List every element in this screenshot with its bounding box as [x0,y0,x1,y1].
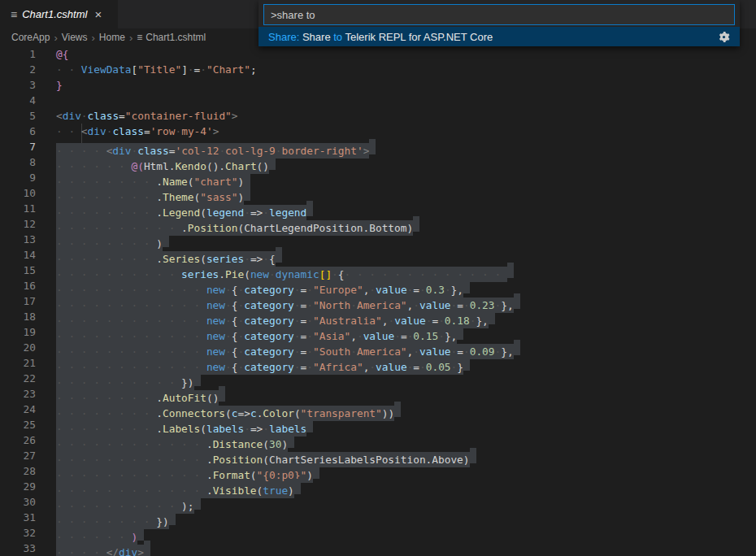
code-line[interactable]: · · ViewData["Title"]·=·"Chart"; [56,62,756,77]
code-line[interactable]: · · · · · · · · .Labels(labels·=>·labels [56,417,756,432]
line-number[interactable]: 25 [0,417,56,432]
match-highlight: Share: [268,31,299,43]
command-palette: Share: Share to Telerik REPL for ASP.NET… [259,0,740,46]
code-line[interactable] [56,93,756,108]
selection-newline [163,232,169,247]
selection-newline [394,402,401,417]
line-number[interactable]: 28 [0,463,56,479]
result-text: Telerik REPL for ASP.NET Core [342,31,493,43]
line-number[interactable]: 16 [0,278,56,293]
code-lines: @{· · ViewData["Title"]·=·"Chart";}<div·… [56,46,756,556]
code-editor[interactable]: 1234567891011121314151617181920212223242… [0,46,756,556]
selection-newline [137,525,144,541]
code-line[interactable]: · · · · · · · · .Theme("sass") [56,185,756,201]
code-line[interactable]: @{ [56,46,756,62]
code-line[interactable]: · · · · · · · · · · · · new·{·category·=… [56,278,756,293]
line-number[interactable]: 26 [0,432,56,448]
palette-result-row[interactable]: Share: Share to Telerik REPL for ASP.NET… [259,27,740,46]
selection-newline [507,263,514,278]
match-highlight: to [333,31,342,43]
breadcrumb-item-views[interactable]: Views [62,32,88,43]
breadcrumb-separator-icon: › [92,32,95,44]
code-line[interactable]: · · · · · · · · .AutoFit() [56,386,756,402]
line-number[interactable]: 31 [0,510,56,525]
code-line[interactable]: · · · · · · · · · · · · .Distance(30) [56,432,756,448]
line-number[interactable]: 27 [0,448,56,463]
selection-newline [413,216,419,232]
breadcrumb-separator-icon: › [129,32,133,44]
selection-newline [306,201,313,216]
tab-label: Chart1.cshtml [22,8,87,20]
code-line[interactable]: · · · · · · · · · · · · .Visible(true) [56,479,756,494]
line-number[interactable]: 10 [0,185,56,201]
breadcrumb-item-home[interactable]: Home [99,32,125,43]
line-number[interactable]: 30 [0,494,56,510]
selection-newline [194,371,201,386]
code-line[interactable]: · · · · · · · · .Name("chart") [56,170,756,185]
gear-icon[interactable] [718,31,730,43]
line-number[interactable]: 22 [0,371,56,386]
code-line[interactable]: · · · · · · · · · · · · new·{·category·=… [56,309,756,324]
line-number[interactable]: 6 [0,124,56,139]
selection-newline [369,139,376,154]
code-line[interactable]: · · · · · · · · · · ); [56,494,756,510]
line-number[interactable]: 8 [0,154,56,170]
code-line[interactable]: · · · · · · · · · · .Position(ChartLegen… [56,216,756,232]
code-line[interactable]: · · · · · · · · · · · · new·{·category·=… [56,340,756,355]
line-number[interactable]: 23 [0,386,56,402]
close-icon[interactable]: × [94,7,102,21]
code-line[interactable]: · · · · · · · · .Series(series·=>·{ [56,247,756,263]
selection-newline [194,494,201,510]
code-line[interactable]: · · · · · · · · · · · · .Position(ChartS… [56,448,756,463]
line-number[interactable]: 17 [0,293,56,309]
line-number[interactable]: 2 [0,62,56,77]
selection-newline [463,355,470,371]
line-number[interactable]: 9 [0,170,56,185]
code-line[interactable]: · · · · · · · · · · · · new·{·category·=… [56,324,756,340]
gear-icon-svg [718,31,730,43]
line-number[interactable]: 29 [0,479,56,494]
code-line[interactable]: · · · · · · · · .Legend(legend·=>·legend [56,201,756,216]
code-line[interactable]: · · · · · · · · · · · · new·{·category·=… [56,293,756,309]
line-number[interactable]: 7 [0,139,56,154]
line-number[interactable]: 13 [0,232,56,247]
line-number[interactable]: 21 [0,355,56,371]
selection-newline [219,386,225,402]
line-number[interactable]: 11 [0,201,56,216]
selection-newline [514,340,520,355]
line-number[interactable]: 20 [0,340,56,355]
line-number[interactable]: 12 [0,216,56,232]
tab-chart1-cshtml[interactable]: ≡ Chart1.cshtml × [0,0,118,28]
code-line[interactable]: } [56,77,756,93]
line-number[interactable]: 4 [0,93,56,108]
line-number[interactable]: 18 [0,309,56,324]
code-line[interactable]: · · · · <div·class='col-12·col-lg-9·bord… [56,139,756,154]
line-number[interactable]: 5 [0,108,56,124]
result-text: Share [299,31,333,43]
selection-newline [457,324,463,340]
selection-newline [463,278,470,293]
line-number[interactable]: 15 [0,263,56,278]
breadcrumb-item-coreapp[interactable]: CoreApp [11,32,50,43]
code-line[interactable]: · · <div·class='row·my-4'> [56,124,756,139]
code-line[interactable]: · · · · · · · · .Connectors(c=>c.Color("… [56,402,756,417]
line-number[interactable]: 33 [0,541,56,556]
code-line[interactable]: · · · · · · @(Html.Kendo().Chart() [56,154,756,170]
line-number[interactable]: 24 [0,402,56,417]
line-number[interactable]: 19 [0,324,56,340]
breadcrumb-item-chart1-cshtml[interactable]: Chart1.cshtml [146,32,206,43]
code-line[interactable]: <div·class="container-fluid"> [56,108,756,124]
selection-newline [276,247,282,263]
code-line[interactable]: · · · · </div> [56,541,756,556]
line-number[interactable]: 1 [0,46,56,62]
command-input[interactable] [263,4,735,25]
code-line[interactable]: · · · · · · · · · · · · new·{·category·=… [56,355,756,371]
vscode-window: ≡ Chart1.cshtml × CoreApp›Views›Home›≡Ch… [0,0,756,556]
line-number[interactable]: 32 [0,525,56,541]
code-line[interactable]: · · · · · · · · · · series.Pie(new·dynam… [56,263,756,278]
file-icon: ≡ [11,9,17,20]
line-number[interactable]: 14 [0,247,56,263]
selection-newline [294,479,301,494]
code-line[interactable]: · · · · · · · · }) [56,510,756,525]
line-number[interactable]: 3 [0,77,56,93]
